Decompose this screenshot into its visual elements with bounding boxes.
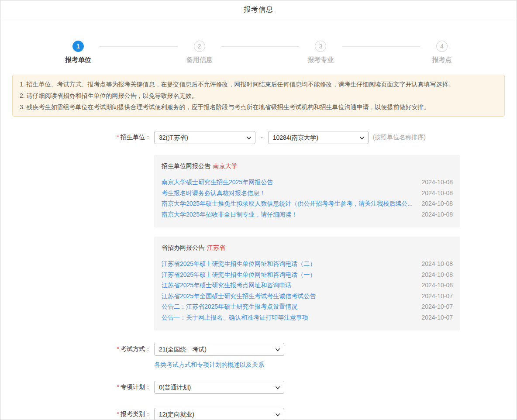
application-category-row: *报考类别： 12(定向就业): [12, 408, 517, 420]
announcement-link[interactable]: 南京大学2025年硕士推免生拟录取人数信息统计（供公开招考考生参考，请关注我校后…: [162, 198, 413, 209]
announcement-item: 江苏省2025年硕士研究生报考点网址和咨询电话 2024-10-08: [162, 280, 453, 291]
announcement-item: 南京大学硕士研究生招生2025年网报公告 2024-10-08: [162, 177, 453, 188]
announcement-date: 2024-10-08: [421, 177, 453, 188]
required-mark: *: [117, 410, 119, 417]
required-mark: *: [117, 345, 119, 352]
step-1-circle: 1: [72, 41, 84, 52]
step-exam-site: 4 报考点: [420, 41, 464, 64]
step-4-label: 报考点: [432, 56, 452, 64]
application-info-page: 报考信息 1 报考单位 2 备用信息 3 报考专业 4 报考点 1. 招生单位、…: [0, 0, 517, 420]
announcement-link[interactable]: 考生报名时请务必认真核对报名信息！: [162, 188, 265, 199]
admission-unit-row: *招生单位： 32(江苏省) - 10284(南京大学) (按照单位名称排序): [12, 131, 517, 144]
wizard-stepper: 1 报考单位 2 备用信息 3 报考专业 4 报考点: [56, 41, 464, 64]
unit-announcements-box: 招生单位网报公告南京大学 南京大学硕士研究生招生2025年网报公告 2024-1…: [154, 155, 460, 227]
announcement-item: 江苏省2025年全国硕士研究生招生考试考生诚信考试公告 2024-10-07: [162, 291, 453, 302]
required-mark: *: [117, 383, 119, 390]
announcement-link[interactable]: 公告二：江苏省2025年硕士研究生报考点设置情况: [162, 301, 297, 312]
special-plan-select[interactable]: 0(普通计划): [154, 381, 284, 394]
step-2-label: 备用信息: [186, 56, 213, 64]
step-unit: 1 报考单位: [56, 41, 100, 64]
announcement-item: 南京大学2025年硕士推免生拟录取人数信息统计（供公开招考考生参考，请关注我校后…: [162, 198, 453, 209]
announcement-item: 公告一：关于网上报名、确认和准考证打印等注意事项 2024-10-07: [162, 312, 453, 323]
announcement-date: 2024-10-07: [421, 312, 453, 323]
step-3-label: 报考专业: [307, 56, 334, 64]
announcement-link[interactable]: 江苏省2025年硕士研究生招生单位网址和咨询电话（二）: [162, 258, 316, 269]
step-2-circle: 2: [194, 41, 205, 52]
notice-line: 2. 请仔细阅读省招办和招生单位的网报公告，以免导致报名无效。: [20, 90, 497, 101]
announcement-link[interactable]: 南京大学2025年招收非全日制专业，请仔细阅读！: [162, 209, 297, 220]
announcement-date: 2024-10-08: [421, 209, 453, 220]
notice-line: 1. 招生单位、考试方式、报考点等为报考关键信息，在提交信息后不允许修改，网报时…: [20, 79, 497, 90]
exam-method-label: *考试方式：: [12, 345, 151, 353]
exam-method-row: *考试方式： 21(全国统一考试): [12, 343, 517, 356]
announcement-link[interactable]: 江苏省2025年全国硕士研究生招生考试考生诚信考试公告: [162, 291, 316, 302]
exam-plan-overview-link[interactable]: 各类考试方式和专项计划的概述以及关系: [154, 361, 264, 369]
announcement-date: 2024-10-07: [421, 291, 453, 302]
dash-separator: -: [261, 134, 263, 141]
announcement-item: 公告二：江苏省2025年硕士研究生报考点设置情况 2024-10-07: [162, 301, 453, 312]
admission-unit-select[interactable]: 10284(南京大学): [268, 131, 369, 144]
announcement-item: 南京大学2025年招收非全日制专业，请仔细阅读！ 2024-10-08: [162, 209, 453, 220]
exam-method-select[interactable]: 21(全国统一考试): [154, 343, 284, 356]
step-backup-info: 2 备用信息: [178, 41, 221, 64]
announcement-item: 江苏省2025年硕士研究生招生单位网址和咨询电话（二） 2024-10-08: [162, 258, 453, 269]
announcement-date: 2024-10-08: [421, 188, 453, 199]
announcement-date: 2024-10-08: [421, 269, 453, 280]
unit-announcements-list: 南京大学硕士研究生招生2025年网报公告 2024-10-08 考生报名时请务必…: [162, 177, 453, 220]
step-connector: [100, 46, 178, 47]
sort-order-hint: (按照单位名称排序): [373, 134, 426, 141]
announcement-date: 2024-10-08: [421, 198, 453, 209]
province-name-highlight: 江苏省: [207, 244, 225, 251]
unit-name-highlight: 南京大学: [213, 162, 238, 169]
application-category-select[interactable]: 12(定向就业): [154, 408, 284, 420]
page-title: 报考信息: [244, 5, 273, 14]
step-3-circle: 3: [315, 41, 326, 52]
unit-announcements-title: 招生单位网报公告南京大学: [162, 162, 453, 170]
province-announcements-list: 江苏省2025年硕士研究生招生单位网址和咨询电话（二） 2024-10-08 江…: [162, 258, 453, 323]
province-announcements-box: 省招办网报公告江苏省 江苏省2025年硕士研究生招生单位网址和咨询电话（二） 2…: [154, 237, 460, 330]
announcement-date: 2024-10-08: [421, 258, 453, 269]
announcement-item: 江苏省2025年硕士研究生招生单位网址和咨询电话（一） 2024-10-08: [162, 269, 453, 280]
notice-line: 3. 残疾考生如需组考单位在考试期间提供合理考试便利服务的，应于报名阶段与考点所…: [20, 101, 497, 113]
application-category-label: *报考类别：: [12, 410, 151, 418]
step-connector: [342, 46, 420, 47]
announcement-item: 考生报名时请务必认真核对报名信息！ 2024-10-08: [162, 188, 453, 199]
announcement-date: 2024-10-07: [421, 301, 453, 312]
announcement-link[interactable]: 江苏省2025年硕士研究生招生单位网址和咨询电话（一）: [162, 269, 316, 280]
announcement-date: 2024-10-08: [421, 280, 453, 291]
province-select[interactable]: 32(江苏省): [154, 131, 255, 144]
announcement-link[interactable]: 南京大学硕士研究生招生2025年网报公告: [162, 177, 273, 188]
step-major: 3 报考专业: [299, 41, 342, 64]
special-plan-label: *专项计划：: [12, 383, 151, 391]
required-mark: *: [117, 134, 119, 141]
step-connector: [221, 46, 299, 47]
admission-unit-label: *招生单位：: [12, 134, 151, 141]
special-plan-row: *专项计划： 0(普通计划): [12, 381, 517, 394]
page-header: 报考信息: [0, 0, 517, 19]
step-4-circle: 4: [436, 41, 448, 52]
province-announcements-title: 省招办网报公告江苏省: [162, 244, 453, 252]
announcement-link[interactable]: 江苏省2025年硕士研究生报考点网址和咨询电话: [162, 280, 291, 291]
announcement-link[interactable]: 公告一：关于网上报名、确认和准考证打印等注意事项: [162, 312, 308, 323]
step-1-label: 报考单位: [65, 56, 91, 64]
notice-box: 1. 招生单位、考试方式、报考点等为报考关键信息，在提交信息后不允许修改，网报时…: [12, 75, 505, 117]
